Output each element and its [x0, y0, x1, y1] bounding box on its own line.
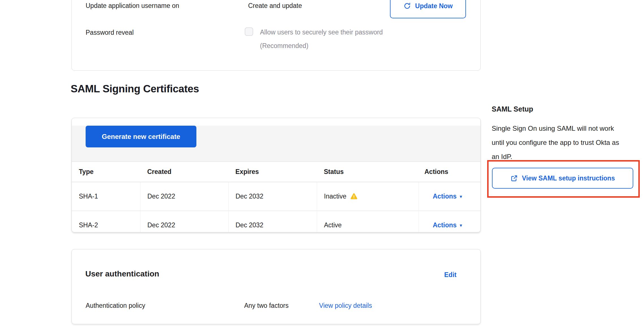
password-reveal-label: Password reveal [86, 28, 134, 37]
certificates-table: Type Created Expires Status Actions SHA-… [72, 162, 481, 232]
table-row: SHA-1 Dec 2022 Dec 2032 Inactive [72, 182, 481, 211]
saml-setup-description: Single Sign On using SAML will not work … [492, 121, 620, 164]
warning-icon [350, 193, 358, 200]
saml-setup-title: SAML Setup [492, 105, 533, 113]
cert-type: SHA-2 [72, 211, 140, 232]
actions-menu-button[interactable]: Actions▾ [433, 221, 462, 229]
cert-status-cell: Inactive [317, 182, 419, 211]
user-authentication-panel: User authentication Edit Authentication … [71, 249, 481, 324]
external-link-icon [510, 175, 518, 182]
update-now-button[interactable]: Update Now [390, 0, 466, 18]
username-update-value: Create and update [248, 1, 302, 10]
column-header-type: Type [72, 162, 140, 182]
password-reveal-checkbox[interactable] [245, 27, 253, 36]
certificates-toolbar: Generate new certificate [72, 126, 480, 162]
table-row: SHA-2 Dec 2022 Dec 2032 Active [72, 211, 481, 232]
cert-type: SHA-1 [72, 182, 140, 211]
cert-created: Dec 2022 [140, 182, 228, 211]
authentication-policy-value: Any two factors [244, 302, 289, 309]
column-header-status: Status [317, 162, 419, 182]
refresh-icon [403, 2, 411, 10]
cert-actions-cell: Actions▾ [419, 182, 481, 211]
table-header-row: Type Created Expires Status Actions [72, 162, 481, 182]
status-text: Active [324, 221, 342, 229]
view-saml-setup-instructions-label: View SAML setup instructions [522, 175, 615, 182]
status-text: Inactive [324, 193, 346, 200]
annotation-highlight: View SAML setup instructions [487, 160, 640, 198]
username-update-label: Update application username on [86, 1, 179, 10]
app-settings-panel: Update application username on Create an… [71, 0, 481, 71]
actions-label: Actions [433, 221, 457, 229]
cert-created: Dec 2022 [140, 211, 228, 232]
page-title: SAML Signing Certificates [71, 83, 199, 95]
authentication-policy-label: Authentication policy [86, 302, 145, 309]
column-header-actions: Actions [419, 162, 481, 182]
actions-label: Actions [433, 193, 457, 200]
caret-down-icon: ▾ [460, 223, 462, 228]
view-policy-details-link[interactable]: View policy details [319, 302, 372, 309]
update-now-label: Update Now [415, 2, 453, 10]
column-header-created: Created [140, 162, 228, 182]
password-reveal-option-recommended: (Recommended) [260, 42, 308, 50]
generate-certificate-button[interactable]: Generate new certificate [86, 126, 196, 147]
view-saml-setup-instructions-button[interactable]: View SAML setup instructions [492, 168, 633, 189]
password-reveal-option-text: Allow users to securely see their passwo… [260, 28, 383, 36]
edit-link[interactable]: Edit [444, 271, 456, 279]
column-header-expires: Expires [228, 162, 317, 182]
caret-down-icon: ▾ [460, 194, 462, 199]
cert-actions-cell: Actions▾ [419, 211, 481, 232]
user-authentication-title: User authentication [85, 269, 159, 278]
cert-expires: Dec 2032 [228, 211, 317, 232]
saml-certificates-panel: Generate new certificate Type Created Ex… [71, 118, 481, 232]
actions-menu-button[interactable]: Actions▾ [433, 193, 462, 200]
cert-status-cell: Active [317, 211, 419, 232]
cert-expires: Dec 2032 [228, 182, 317, 211]
